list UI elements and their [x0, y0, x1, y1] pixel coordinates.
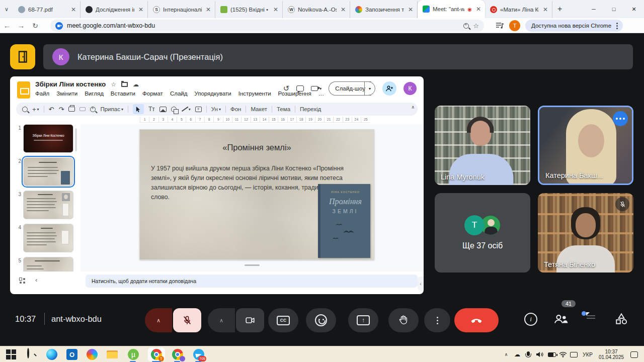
door-app-badge[interactable]	[10, 44, 35, 69]
star-document-icon[interactable]: ☆	[111, 81, 116, 88]
menu-Змінити[interactable]: Змінити	[56, 90, 77, 97]
slides-profile-avatar[interactable]: К	[404, 82, 417, 95]
video-tile-kateryna[interactable]: Катерина Бакш...	[538, 106, 633, 185]
browser-tab[interactable]: Інтернаціоналіз✕	[148, 1, 215, 18]
present-screen-button[interactable]: ↑	[348, 308, 378, 332]
back-icon[interactable]: ←	[0, 22, 14, 30]
book-cover-image[interactable]: ЛІНА КОСТЕНКО Проміння ЗЕМЛІ	[318, 184, 370, 258]
background-button[interactable]: Фон	[230, 106, 242, 112]
maximize-button[interactable]: □	[604, 0, 624, 18]
tab-close-icon[interactable]: ✕	[407, 6, 414, 13]
redo-icon[interactable]: ↷	[59, 106, 64, 113]
media-controls-icon[interactable]	[496, 22, 505, 31]
fit-zoom-dropdown[interactable]: Припас▾	[100, 106, 123, 112]
telegram-icon[interactable]: 705	[193, 349, 204, 360]
chrome-second-icon[interactable]	[172, 349, 183, 360]
browser-tab[interactable]: 68-77.pdf✕	[13, 1, 80, 18]
slide-thumbnail-1[interactable]: 1Збірки Ліни Костенко	[14, 124, 80, 153]
url-field[interactable]: meet.google.com/ant-wbxo-bdu ☆	[50, 20, 484, 32]
menu-Слайд[interactable]: Слайд	[170, 90, 188, 97]
menu-Формат[interactable]: Формат	[142, 90, 163, 97]
chrome-active-icon[interactable]: T	[151, 349, 162, 360]
comments-icon[interactable]	[296, 85, 304, 92]
forward-icon[interactable]: →	[14, 22, 28, 30]
insert-image-icon[interactable]	[159, 107, 167, 112]
language-switcher[interactable]: УКР	[580, 346, 596, 362]
slide-thumbnail-3[interactable]: 3	[14, 191, 80, 219]
file-explorer-icon[interactable]	[107, 349, 118, 360]
tray-microphone-icon[interactable]	[523, 346, 533, 362]
share-button[interactable]	[382, 81, 396, 96]
select-cursor-icon[interactable]	[133, 104, 144, 114]
grid-view-icon[interactable]	[19, 278, 25, 284]
overflow-participants-tile[interactable]: T Ще 37 осіб	[435, 193, 530, 273]
menu-Інструменти[interactable]: Інструменти	[238, 90, 271, 97]
slide-title[interactable]: «Проміння землі»	[140, 143, 374, 152]
move-folder-icon[interactable]	[121, 82, 128, 87]
slideshow-dropdown[interactable]: ▾	[364, 81, 375, 96]
search-icon[interactable]	[22, 107, 28, 112]
bookmark-star-icon[interactable]: ☆	[473, 22, 479, 30]
menu-Вигляд[interactable]: Вигляд	[85, 90, 104, 97]
video-tile-tetyana[interactable]: Тетяна Біленко	[538, 193, 633, 273]
undo-icon[interactable]: ↶	[49, 106, 54, 113]
browser-tab[interactable]: Novikova-A.-Os✕	[283, 1, 350, 18]
edge-icon[interactable]	[46, 349, 57, 360]
zoom-icon[interactable]	[90, 107, 96, 112]
browser-tab[interactable]: Дослідження ін✕	[80, 1, 148, 18]
end-call-button[interactable]	[454, 308, 499, 332]
more-options-button[interactable]	[424, 308, 450, 332]
tab-close-icon[interactable]: ✕	[70, 6, 77, 13]
insert-shape-icon[interactable]	[171, 107, 177, 112]
filmstrip-scrollbar[interactable]	[75, 128, 77, 151]
version-history-icon[interactable]: ↺	[283, 84, 290, 93]
insert-line-icon[interactable]: ▾	[181, 106, 191, 113]
captions-button[interactable]: CC	[268, 308, 298, 332]
camera-options-chevron[interactable]: ∧	[208, 308, 235, 332]
volume-icon[interactable]	[534, 346, 545, 362]
outlook-icon[interactable]: O	[66, 349, 77, 360]
menu-Упорядкувати[interactable]: Упорядкувати	[194, 90, 231, 97]
text-style-dropdown[interactable]: Ун▾	[211, 106, 221, 112]
tab-close-icon[interactable]: ✕	[542, 6, 549, 13]
filmstrip-collapse-icon[interactable]: ‹	[35, 276, 37, 284]
menu-Файл[interactable]: Файл	[35, 90, 49, 97]
wifi-icon[interactable]	[557, 346, 569, 362]
copilot-icon[interactable]	[87, 349, 98, 360]
tab-close-icon[interactable]: ✕	[475, 6, 482, 13]
start-button[interactable]	[6, 349, 17, 360]
cast-display-icon[interactable]	[569, 346, 579, 362]
browser-tab[interactable]: Запозичення та✕	[350, 1, 418, 18]
tab-close-icon[interactable]: ✕	[137, 6, 144, 13]
slide-thumbnail-2[interactable]: 2	[14, 157, 80, 186]
tray-expand-chevron[interactable]: ∧	[501, 346, 511, 362]
taskbar-search-icon[interactable]	[26, 349, 37, 360]
reactions-button[interactable]	[306, 308, 336, 332]
new-slide-button[interactable]: +▾	[32, 106, 39, 113]
paint-format-icon[interactable]	[79, 107, 86, 111]
tile-options-button[interactable]	[613, 111, 628, 126]
text-box-icon[interactable]: Tт	[148, 106, 155, 113]
zoom-icon[interactable]	[463, 23, 469, 29]
microphone-control[interactable]: ∧	[145, 308, 201, 332]
tab-close-icon[interactable]: ✕	[340, 6, 347, 13]
tab-close-icon[interactable]: ✕	[272, 6, 279, 13]
mic-muted-button[interactable]	[173, 308, 201, 332]
activities-button[interactable]	[615, 313, 628, 327]
browser-menu-icon[interactable]	[616, 25, 618, 27]
profile-avatar[interactable]: T	[509, 20, 520, 31]
close-button[interactable]: ✕	[624, 0, 644, 18]
browser-tab[interactable]: Meet: "ant-w◉✕	[418, 0, 485, 18]
theme-button[interactable]: Тема	[277, 106, 290, 112]
mic-options-chevron[interactable]: ∧	[145, 308, 172, 332]
url-text[interactable]: meet.google.com/ant-wbxo-bdu	[67, 22, 459, 29]
participants-button[interactable]	[553, 314, 569, 326]
present-to-meeting-button[interactable]: ▾	[311, 86, 321, 91]
panel-collapse-icon[interactable]: ‹	[418, 277, 424, 291]
layout-button[interactable]: Макет	[251, 106, 267, 112]
slide-thumbnail-5[interactable]: 5	[14, 257, 80, 272]
menu-Вставити[interactable]: Вставити	[111, 90, 135, 97]
chrome-update-button[interactable]: Доступна нова версія Chrome	[525, 20, 623, 32]
tab-search-chevron-icon[interactable]: ∨	[0, 6, 13, 13]
raise-hand-button[interactable]	[388, 308, 419, 332]
